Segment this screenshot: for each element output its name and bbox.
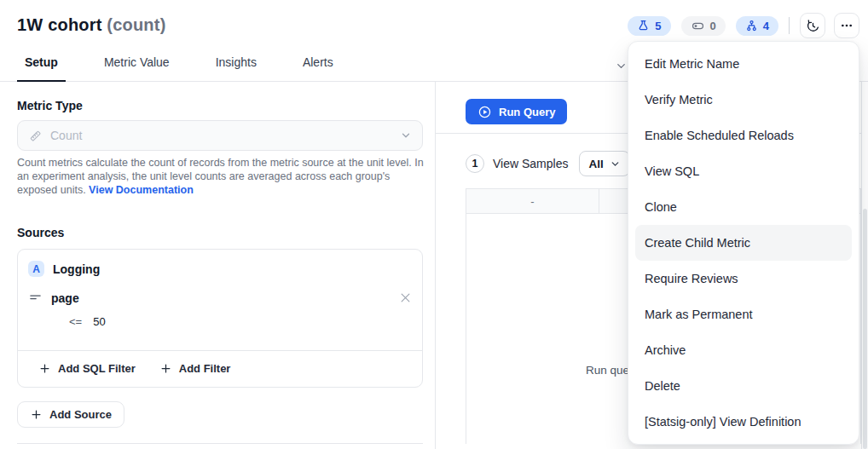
table-column-header: - (466, 189, 599, 213)
source-header-row: A Logging (28, 261, 100, 277)
filter-field-name: page (51, 291, 79, 305)
sources-label: Sources (17, 226, 64, 239)
menu-item-delete[interactable]: Delete (635, 368, 852, 404)
source-avatar: A (28, 261, 44, 277)
plus-icon (159, 362, 172, 375)
tab-setup[interactable]: Setup (17, 54, 66, 82)
step-number-badge: 1 (466, 154, 484, 173)
remove-filter-button[interactable] (399, 291, 412, 304)
plus-icon (38, 362, 51, 375)
tab-alerts[interactable]: Alerts (295, 54, 341, 82)
add-filter-button[interactable]: Add Filter (159, 362, 231, 375)
panel-right-border (861, 82, 862, 449)
menu-item-clone[interactable]: Clone (635, 189, 852, 225)
add-source-label: Add Source (49, 408, 112, 421)
metric-type-label: Metric Type (17, 99, 83, 112)
ruler-icon (28, 129, 43, 143)
flask-icon (637, 20, 650, 32)
add-source-button[interactable]: Add Source (17, 401, 124, 428)
play-circle-icon (477, 105, 492, 119)
view-documentation-link[interactable]: View Documentation (89, 184, 194, 196)
table-empty-message: Run que (586, 364, 629, 377)
header-separator (789, 17, 790, 34)
scrollbar-thumb[interactable] (863, 209, 867, 449)
filter-operator[interactable]: <= (69, 315, 82, 328)
menu-item-create-child-metric[interactable]: Create Child Metric (635, 225, 852, 261)
metric-type-suffix: (count) (107, 15, 165, 34)
chevron-down-icon (400, 130, 412, 141)
filter-value[interactable]: 50 (93, 315, 105, 328)
menu-item-mark-as-permanent[interactable]: Mark as Permanent (635, 296, 852, 332)
view-samples-label: View Samples (493, 157, 568, 170)
metric-type-value: Count (50, 129, 82, 142)
section-divider (17, 443, 423, 444)
tab-bar: SetupMetric ValueInsightsAlerts (17, 54, 341, 82)
menu-item-statsig-only-view-definition[interactable]: [Statsig-only] View Definition (635, 404, 852, 440)
gates-badge[interactable]: 0 (681, 16, 726, 36)
view-samples-row: 1 View Samples All (466, 151, 630, 176)
source-name: Logging (53, 262, 100, 276)
menu-item-view-sql[interactable]: View SQL (635, 153, 852, 189)
samples-filter-value: All (588, 158, 603, 170)
page-title: 1W cohort (count) (17, 15, 166, 35)
metric-type-description: Count metrics calculate the count of rec… (17, 156, 425, 197)
tab-insights[interactable]: Insights (208, 54, 264, 82)
add-filter-label: Add Filter (179, 362, 231, 375)
menu-item-require-reviews[interactable]: Require Reviews (635, 261, 852, 296)
add-sql-filter-button[interactable]: Add SQL Filter (38, 362, 136, 375)
menu-item-verify-metric[interactable]: Verify Metric (635, 82, 852, 118)
run-query-button[interactable]: Run Query (466, 99, 567, 124)
experiments-badge[interactable]: 5 (628, 16, 670, 36)
metric-options-menu: Edit Metric NameVerify MetricEnable Sche… (628, 41, 859, 445)
setup-panel: Metric Type Count Count metrics calculat… (0, 82, 435, 449)
metric-type-select[interactable]: Count (17, 120, 423, 151)
description-text: Count metrics calculate the count of rec… (17, 157, 424, 196)
lineage-badge[interactable]: 4 (736, 16, 778, 36)
ellipsis-icon (840, 19, 854, 32)
menu-item-edit-metric-name[interactable]: Edit Metric Name (635, 46, 852, 82)
source-card: A Logging page <= 50 Add SQL Filter (17, 249, 423, 388)
tab-metric-value[interactable]: Metric Value (96, 54, 177, 82)
add-sql-filter-label: Add SQL Filter (58, 362, 136, 375)
filter-condition-row[interactable]: <= 50 (69, 315, 106, 328)
filter-actions: Add SQL Filter Add Filter (38, 350, 230, 387)
run-query-label: Run Query (499, 106, 555, 118)
badge-count: 4 (763, 20, 769, 32)
menu-item-enable-scheduled-reloads[interactable]: Enable Scheduled Reloads (635, 118, 852, 153)
menu-item-archive[interactable]: Archive (635, 332, 852, 368)
more-options-button[interactable] (834, 13, 859, 38)
filter-icon (28, 291, 43, 305)
samples-filter-select[interactable]: All (579, 151, 629, 176)
chevron-down-icon[interactable] (615, 60, 628, 72)
badge-count: 0 (710, 20, 716, 32)
org-icon (745, 20, 758, 32)
badge-count: 5 (655, 20, 661, 32)
metric-name: 1W cohort (17, 15, 102, 34)
history-button[interactable] (800, 13, 825, 38)
history-icon (806, 19, 820, 33)
plus-icon (30, 408, 43, 421)
header-badges: 504 (628, 16, 778, 36)
header-actions: 504 (628, 13, 859, 38)
toggle-icon (691, 20, 705, 32)
source-filter-row: page (28, 291, 412, 305)
chevron-down-icon (610, 158, 621, 170)
